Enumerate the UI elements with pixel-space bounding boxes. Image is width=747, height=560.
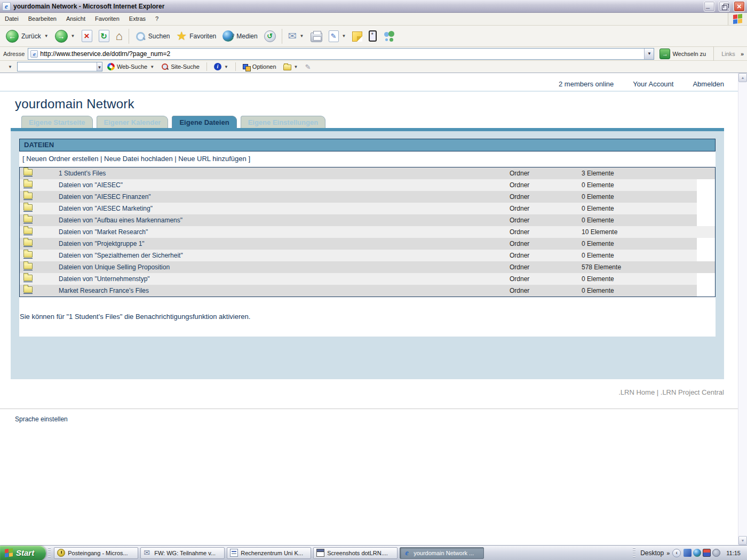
vertical-scrollbar[interactable]: ▲ ▼ [738,73,747,545]
add-url-link[interactable]: Neue URL hinzufügen [178,155,246,163]
quicklaunch-handle[interactable] [48,548,51,558]
folder-dropdown-icon[interactable]: ▼ [294,65,298,69]
folder-name-link[interactable]: Dateien von "Market Research" [59,228,148,236]
tray-collapse-icon[interactable]: ‹ [672,549,681,557]
folder-icon-link[interactable] [23,263,33,270]
refresh-button[interactable] [96,28,112,44]
up-folder-button[interactable]: ▼ [281,62,300,71]
links-chevron-icon[interactable]: » [741,51,744,57]
folder-name-link[interactable]: Dateien von "Aufbau eines Markennamens" [59,217,182,224]
folder-name-link[interactable]: Market Research France's Files [59,287,149,294]
create-folder-link[interactable]: Neuen Ordner erstellen [26,155,98,163]
folder-name-link[interactable]: Dateien von "Unternehmenstyp" [59,275,150,283]
menu-ansicht[interactable]: Ansicht [61,13,90,25]
window-title: yourdomain Network - Microsoft Internet … [13,3,700,10]
folder-icon-link[interactable] [23,204,33,212]
folder-name-link[interactable]: Dateien von "AIESEC" [59,181,123,189]
folder-name-link[interactable]: 1 Student's Files [59,170,106,177]
page-info-button[interactable]: ▼ [212,62,231,71]
folder-icon-link[interactable] [23,181,33,188]
site-search-button[interactable]: Site-Suche [159,62,202,71]
stop-button[interactable] [79,28,95,44]
desktop-toolbar-label[interactable]: Desktop [640,549,664,557]
tray-globe-icon[interactable] [693,549,701,557]
menu-bearbeiten[interactable]: Bearbeiten [23,13,61,25]
set-language-link[interactable]: Sprache einstellen [0,409,738,423]
menu-favoriten[interactable]: Favoriten [90,13,124,25]
folder-icon-link[interactable] [23,239,33,247]
go-button[interactable]: → Wechseln zu [657,49,708,59]
tray-display-icon[interactable] [703,549,711,557]
search-button[interactable]: Suchen [132,29,173,43]
tab-eigene-einstellungen[interactable]: Eigene Einstellungen [241,116,325,128]
edit-dropdown-icon[interactable]: ▼ [342,34,346,38]
folder-icon-link[interactable] [23,275,33,282]
home-button[interactable] [113,29,125,44]
options-button[interactable]: Optionen [241,62,279,71]
address-input[interactable] [40,50,644,58]
links-toolbar-label[interactable]: Links [719,51,737,57]
discuss-button[interactable] [349,29,365,43]
menu-help[interactable]: ? [150,13,163,25]
your-account-link[interactable]: Your Account [633,80,673,88]
device-button[interactable] [366,29,379,43]
taskbar-task-button[interactable]: Screenshots dotLRN.... [313,547,398,559]
taskbar-task-button[interactable]: FW: WG: Teilnahme v... [140,547,225,559]
forward-button[interactable]: ▼ [52,28,78,44]
tab-eigene-startseite[interactable]: Eigene Startseite [21,116,93,128]
edit-button[interactable]: ▼ [326,29,349,44]
address-dropdown-icon[interactable]: ▼ [644,49,654,59]
lrn-home-link[interactable]: .LRN Home [618,388,655,396]
web-search-button[interactable]: Web-Suche ▼ [105,62,156,71]
folder-name-link[interactable]: Dateien von "Projektgruppe 1" [59,240,145,247]
notification-link[interactable]: Benachrichtigungsfunktion aktivieren [136,313,249,321]
close-button[interactable] [734,1,745,12]
tab-eigene-dateien[interactable]: Eigene Dateien [172,116,236,128]
folder-icon-link[interactable] [23,216,33,223]
menu-datei[interactable]: Datei [0,13,23,25]
folder-name-link[interactable]: Dateien von "Spezialthemen der Sicherhei… [59,252,183,259]
minimize-button[interactable] [704,1,715,12]
logout-link[interactable]: Abmelden [693,80,724,88]
forward-dropdown-icon[interactable]: ▼ [71,34,75,38]
folder-icon-link[interactable] [23,228,33,235]
media-button[interactable]: Medien [220,29,260,43]
favorites-button[interactable]: Favoriten [174,29,219,43]
taskbar-task-button[interactable]: Rechenzentrum Uni K... [227,547,311,559]
folder-name-link[interactable]: Dateien von Unique Selling Proposition [59,263,170,271]
mail-dropdown-icon[interactable]: ▼ [300,34,304,38]
folder-icon-link[interactable] [23,251,33,259]
folder-name-link[interactable]: Dateien von "AIESEC Marketing" [59,205,153,212]
desktop-chevron-icon[interactable]: » [666,550,670,556]
back-dropdown-icon[interactable]: ▼ [44,34,49,38]
desktop-toolbar-handle[interactable] [633,548,635,558]
google-search-dropdown-icon[interactable]: ▼ [97,62,102,71]
taskbar-task-button[interactable]: yourdomain Network ... [400,547,484,559]
google-logo-button[interactable]: ▼ [3,63,14,70]
back-button[interactable]: Zurück ▼ [3,28,51,44]
folder-icon-link[interactable] [23,193,33,200]
upload-file-link[interactable]: Neue Datei hochladen [104,155,173,163]
folder-name-link[interactable]: Dateien von "AIESEC Finanzen" [59,193,151,201]
print-button[interactable] [308,29,325,44]
info-dropdown-icon[interactable]: ▼ [224,65,228,69]
start-button[interactable]: Start [0,546,46,560]
folder-icon-link[interactable] [23,286,33,294]
scroll-down-icon[interactable]: ▼ [738,536,747,545]
highlight-button[interactable] [303,62,313,72]
table-row: Dateien von "Spezialthemen der Sicherhei… [20,250,715,261]
web-search-dropdown-icon[interactable]: ▼ [150,65,154,69]
google-dropdown-icon[interactable]: ▼ [8,65,12,69]
restore-button[interactable] [719,1,730,12]
menu-extras[interactable]: Extras [124,13,150,25]
tray-update-icon[interactable] [712,549,720,557]
messenger-button[interactable] [380,29,399,43]
folder-icon-link[interactable] [23,169,33,177]
taskbar-task-button[interactable]: Posteingang - Micros... [54,547,138,559]
history-button[interactable] [261,29,279,44]
tab-eigener-kalender[interactable]: Eigener Kalender [97,116,169,128]
scroll-up-icon[interactable]: ▲ [738,73,747,82]
mail-button[interactable]: ▼ [285,29,307,43]
tray-network-icon[interactable] [684,549,692,557]
google-search-input[interactable] [18,62,97,71]
